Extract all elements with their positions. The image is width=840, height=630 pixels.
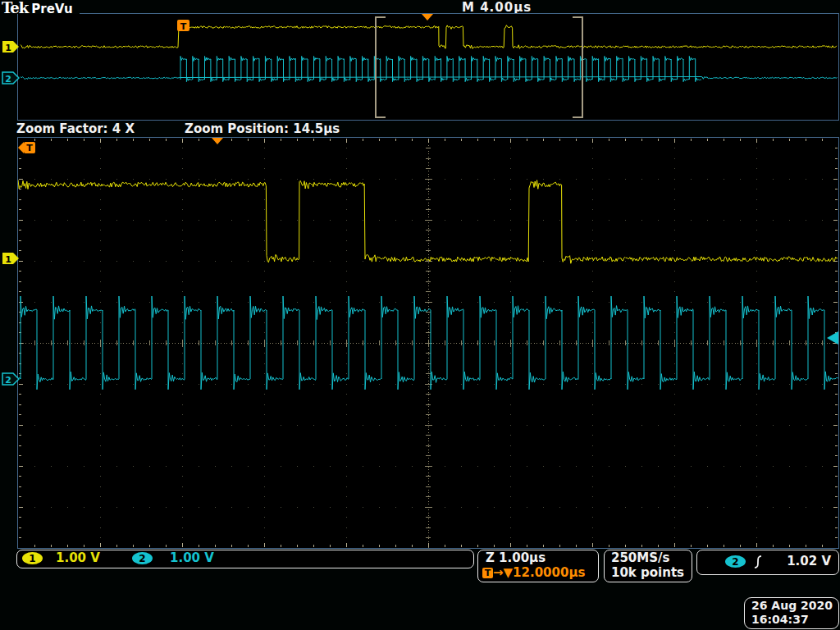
rising-edge-icon [753, 555, 763, 569]
ch1-scale-readout: 1.00 V [56, 550, 100, 565]
channel-scale-readout-box: 1 1.00 V 2 1.00 V [16, 550, 474, 568]
zoom-traces [18, 180, 838, 389]
overview-trigger-letter: T [180, 21, 187, 32]
zoom-ch1-marker[interactable]: 1 [2, 251, 20, 266]
sample-rate-readout: 250MS/s [611, 550, 669, 565]
overview-waveform-svg: T [18, 14, 838, 120]
zoom-trigger-offscreen-marker: T [18, 142, 35, 153]
trigger-source-badge: 2 [725, 555, 746, 568]
delay-arrows-icon: →▼ [493, 565, 513, 580]
trigger-level-readout: 1.02 V [787, 554, 831, 568]
trigger-delay-readout: T→▼12.0000µs [482, 565, 585, 580]
datetime-box: 26 Aug 2020 16:04:37 [744, 597, 839, 629]
date-readout: 26 Aug 2020 [751, 599, 833, 612]
zoom-trigger-letter: T [26, 143, 33, 153]
graticule [19, 139, 838, 547]
delay-value: 12.0000µs [513, 565, 585, 580]
zoom-factor-readout: Zoom Factor: 4 X [16, 121, 135, 136]
zoom-position-readout: Zoom Position: 14.5µs [185, 121, 340, 136]
overview-trigger-marker: T [177, 20, 189, 32]
overview-waveform-panel: T [17, 13, 839, 121]
oscilloscope-screen: TekPreVu M 4.00µs T 1 2 Zoom Factor: 4 X… [0, 0, 840, 630]
ch1-badge[interactable]: 1 [22, 552, 43, 564]
zoom-ch2-marker[interactable]: 2 [2, 372, 20, 386]
zoom-trigger-position-icon[interactable] [212, 138, 223, 144]
brand-logo-text: Tek [2, 0, 28, 16]
ch2-badge[interactable]: 2 [132, 552, 153, 564]
overview-traces [21, 25, 838, 82]
ch2-scale-readout: 1.00 V [170, 550, 214, 565]
zoom-ch1-marker-label: 1 [5, 254, 11, 265]
zoom-scale-readout: Z 1.00µs [486, 550, 546, 565]
zoom-waveform-svg: T [18, 138, 838, 548]
overview-trigger-position-icon[interactable] [422, 14, 433, 21]
zoom-ch2-marker-label: 2 [5, 375, 11, 386]
acquisition-status: PreVu [31, 2, 72, 16]
overview-ch2-marker[interactable]: 2 [2, 71, 20, 85]
delay-trigger-icon: T [482, 568, 493, 578]
trigger-readout-box: 2 1.02 V [696, 550, 839, 575]
overview-ch1-marker-label: 1 [5, 43, 11, 53]
zoom-timebase-readout-box: Z 1.00µs T→▼12.0000µs [477, 550, 599, 582]
record-length-readout: 10k points [611, 565, 684, 580]
overview-ch1-marker[interactable]: 1 [2, 39, 20, 54]
acquisition-readout-box: 250MS/s 10k points [604, 550, 692, 582]
zoom-waveform-panel: T [17, 137, 839, 549]
time-readout: 16:04:37 [751, 613, 809, 626]
overview-ch2-marker-label: 2 [5, 74, 11, 84]
brand-logo: TekPreVu [2, 0, 80, 14]
